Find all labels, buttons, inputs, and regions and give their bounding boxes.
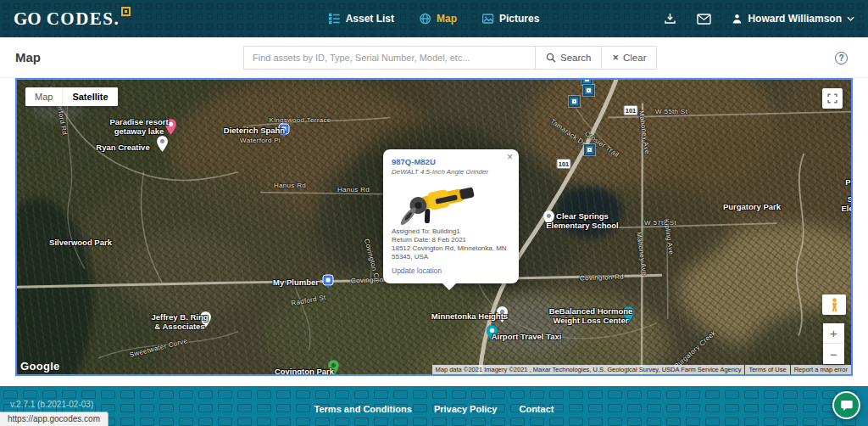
clear-x-icon: ✕: [612, 53, 619, 62]
attribution-text: Map data ©2021 Imagery ©2021 , Maxar Tec…: [432, 365, 745, 374]
map-place-label[interactable]: Purgatory Park: [723, 203, 781, 212]
footer-link-contact[interactable]: Contact: [519, 404, 554, 414]
logo-qr-square-icon: [121, 7, 131, 16]
zoom-control: + −: [823, 323, 844, 364]
highway-shield: 101: [624, 105, 638, 115]
google-logo: Google: [20, 360, 60, 373]
street-label: Tamarack Dr: [548, 117, 587, 147]
asset-marker[interactable]: [584, 144, 595, 155]
zoom-out-button[interactable]: −: [823, 344, 844, 364]
logo-text-go: GO: [14, 8, 42, 30]
pegman-button[interactable]: [822, 294, 846, 315]
map-place-label[interactable]: My Plumber: [273, 278, 319, 288]
asset-marker[interactable]: [581, 78, 593, 85]
status-url: https://app.gocodes.com: [0, 412, 108, 426]
street-label: Hanus Rd: [337, 186, 370, 193]
pictures-icon: [482, 13, 494, 25]
fullscreen-icon: [826, 92, 838, 104]
nav-asset-list-label: Asset List: [346, 13, 394, 25]
page-title: Map: [15, 50, 41, 64]
business-pin-icon[interactable]: [322, 274, 334, 289]
nav-map[interactable]: Map: [420, 13, 457, 25]
map-place-label[interactable]: Paradise resortgetaway lake: [109, 118, 168, 136]
search-icon: [546, 53, 556, 63]
map-place-label[interactable]: Clear SpringsElementary School: [546, 212, 619, 230]
asset-id-link[interactable]: 987Q-M82U: [392, 157, 510, 166]
map-type-satellite-button[interactable]: Satellite: [62, 87, 117, 106]
app-footer: v.2.7.1 (b.2021-02-03) Terms and Conditi…: [0, 386, 868, 426]
zoom-in-button[interactable]: +: [823, 323, 844, 344]
search-button[interactable]: Search: [536, 46, 602, 70]
globe-icon: [420, 13, 431, 25]
map-place-label[interactable]: Dieterich Spahn: [224, 126, 285, 136]
asset-marker[interactable]: [583, 85, 594, 96]
return-date-line: Return Date: 8 Feb 2021: [392, 236, 510, 244]
fullscreen-button[interactable]: [822, 88, 843, 109]
search-input[interactable]: [243, 46, 536, 70]
address-line: 18512 Covington Rd, Minnetonka, MN 55345…: [392, 244, 510, 261]
street-label: W 55th St: [655, 108, 687, 115]
asset-info-window: × 987Q-M82U DeWALT 4.5-Inch Angle Grinde…: [383, 149, 519, 283]
map-place-label[interactable]: Ryan Creative: [96, 143, 149, 153]
mail-icon[interactable]: [697, 14, 711, 25]
street-label: Sweetwater Curve: [129, 337, 188, 359]
download-icon[interactable]: [664, 13, 676, 25]
map-type-map-button[interactable]: Map: [25, 87, 62, 106]
asset-model: DeWALT 4.5-Inch Angle Grinder: [392, 168, 510, 176]
nav-asset-list[interactable]: Asset List: [329, 13, 394, 25]
clear-button[interactable]: ✕ Clear: [602, 46, 657, 70]
main-nav: Asset List Map Pictures: [329, 0, 540, 37]
street-label: Waterford Pl: [240, 137, 281, 144]
user-icon: [732, 14, 743, 25]
footer-link-terms[interactable]: Terms and Conditions: [314, 404, 412, 414]
assigned-to-line: Assigned To: Building1: [392, 227, 510, 236]
nav-pictures-label: Pictures: [499, 13, 539, 25]
chat-bubble-button[interactable]: [832, 391, 860, 419]
street-label: Mahoney Ave: [637, 110, 651, 154]
map-place-label[interactable]: BeBalanced HormoneWeight Loss Center: [549, 307, 633, 325]
footer-link-privacy[interactable]: Privacy Policy: [434, 404, 498, 414]
app-header: GO CODES. Asset List Map Pictures: [0, 0, 868, 37]
clear-button-label: Clear: [623, 53, 646, 63]
header-right: Howard Williamson: [664, 13, 854, 25]
asset-marker[interactable]: [569, 96, 580, 107]
map-place-label[interactable]: Silverwood Park: [49, 238, 112, 248]
search-button-label: Search: [560, 53, 591, 63]
map-place-label[interactable]: Playg: [845, 178, 853, 188]
footer-links: Terms and Conditions Privacy Policy Cont…: [314, 404, 554, 414]
user-name: Howard Williamson: [748, 13, 842, 25]
update-location-link[interactable]: Update location: [392, 266, 442, 275]
map[interactable]: Paradise resortgetaway lakeRyan Creative…: [15, 78, 853, 376]
map-place-label[interactable]: Covington Park: [275, 367, 334, 376]
street-label: Covington Rd: [580, 273, 624, 283]
angle-grinder-image: [392, 177, 493, 225]
highway-shield: 101: [557, 159, 571, 169]
street-label: W 57th St: [644, 219, 676, 227]
map-type-control: Map Satellite: [25, 87, 118, 106]
chat-icon: [840, 399, 854, 412]
street-label: Radford St: [291, 294, 326, 307]
report-map-error-link[interactable]: Report a map error: [791, 365, 851, 374]
user-menu[interactable]: Howard Williamson: [732, 13, 854, 25]
map-place-label[interactable]: Jeffrey B. Ring& Associates: [151, 313, 208, 331]
poi-pin-icon[interactable]: [157, 136, 168, 152]
version-label: v.2.7.1 (b.2021-02-03): [10, 400, 93, 409]
nav-map-label: Map: [437, 13, 457, 25]
street-label: Hanus Rd: [274, 182, 306, 189]
list-icon: [329, 13, 341, 25]
map-place-label[interactable]: Minnetonka Heights: [431, 312, 508, 322]
map-attribution: Map data ©2021 Imagery ©2021 , Maxar Tec…: [431, 365, 852, 374]
map-place-label[interactable]: ScenElement: [842, 195, 853, 213]
map-place-label[interactable]: Airport Travel Taxi: [492, 333, 562, 342]
help-icon[interactable]: ?: [835, 52, 848, 64]
toolbar: Map Search ✕ Clear ?: [0, 37, 868, 78]
chevron-down-icon: [847, 16, 854, 21]
nav-pictures[interactable]: Pictures: [482, 13, 539, 25]
logo-text-codes: CODES.: [47, 8, 120, 30]
close-icon[interactable]: ×: [507, 152, 513, 162]
street-label: Mahoney Ave: [635, 232, 648, 276]
asset-photo: [392, 177, 510, 225]
search-group: Search ✕ Clear: [243, 46, 657, 70]
gocodes-logo[interactable]: GO CODES.: [14, 8, 131, 30]
terms-of-use-link[interactable]: Terms of Use: [745, 365, 789, 374]
